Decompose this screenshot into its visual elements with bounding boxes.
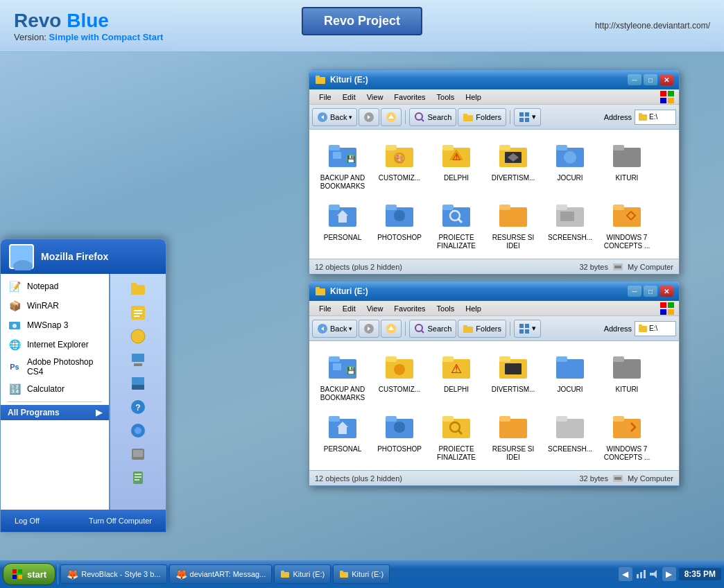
menu-help-top[interactable]: Help — [460, 92, 487, 103]
minimize-button-bottom[interactable]: ─ — [628, 286, 641, 297]
menu-favorites-bottom[interactable]: Favorites — [388, 303, 431, 314]
start-button[interactable]: start — [3, 563, 55, 585]
folder-kituri-top[interactable]: KITURI — [599, 135, 655, 193]
start-item-photoshop[interactable]: Ps Adobe Photoshop CS4 — [1, 354, 109, 379]
menu-file-top[interactable]: File — [313, 92, 337, 103]
turn-off-button[interactable]: Turn Off Computer — [83, 514, 157, 527]
up-button-bottom[interactable] — [381, 320, 402, 338]
menu-edit-bottom[interactable]: Edit — [337, 303, 361, 314]
up-button-top[interactable] — [381, 108, 402, 126]
taskbar-task-2[interactable]: 🦊 deviantART: Messag... — [169, 564, 273, 584]
back-button-bottom[interactable]: Back ▾ — [312, 320, 357, 338]
right-panel-icon-9[interactable] — [128, 468, 148, 487]
folder-divertism-bottom[interactable]: DIVERTISM... — [485, 347, 541, 405]
svg-rect-65 — [660, 302, 666, 308]
folder-jocuri-bottom[interactable]: JOCURI — [542, 347, 598, 405]
title-blue: Blue — [67, 10, 109, 31]
svg-rect-58 — [560, 211, 574, 221]
svg-rect-57 — [556, 205, 567, 210]
folder-delphi-bottom[interactable]: ⚠ DELPHI — [429, 347, 484, 405]
menu-file-bottom[interactable]: File — [313, 303, 337, 314]
menu-view-bottom[interactable]: View — [361, 303, 389, 314]
right-panel-icon-5[interactable] — [128, 374, 148, 393]
folder-personal-bottom[interactable]: PERSONAL — [315, 406, 370, 465]
right-panel-icon-6[interactable]: ? — [128, 397, 148, 417]
status-objects-bottom: 12 objects (plus 2 hidden) — [315, 474, 402, 483]
menu-edit-top[interactable]: Edit — [337, 92, 361, 103]
right-panel-icon-2[interactable] — [128, 303, 148, 322]
menu-favorites-top[interactable]: Favorites — [388, 92, 431, 103]
right-panel-icon-4[interactable] — [128, 350, 148, 370]
back-button-top[interactable]: Back ▾ — [312, 108, 357, 126]
svg-rect-28 — [386, 145, 397, 150]
folder-resurse-bottom[interactable]: RESURSE SI IDEI — [485, 406, 541, 465]
folder-customiz-bottom[interactable]: CUSTOMIZ... — [372, 347, 427, 405]
address-input-bottom[interactable]: E:\ — [635, 321, 676, 336]
search-button-top[interactable]: Search — [409, 108, 456, 126]
forward-button-top[interactable] — [359, 108, 379, 126]
folder-photoshop-bottom[interactable]: PHOTOSHOP — [372, 406, 427, 465]
close-button-bottom[interactable]: ✕ — [660, 286, 673, 297]
folder-backup-top[interactable]: 💾 BACKUP AND BOOKMARKS — [315, 135, 370, 193]
right-panel-icon-1[interactable] — [128, 279, 148, 299]
folder-jocuri-top[interactable]: JOCURI — [542, 135, 598, 193]
folder-kituri-bottom[interactable]: KITURI — [599, 347, 655, 405]
views-button-top[interactable]: ▾ — [514, 108, 541, 126]
folder-customiz-top[interactable]: 🎨 CUSTOMIZ... — [372, 135, 427, 193]
menu-tools-bottom[interactable]: Tools — [431, 303, 460, 314]
start-item-winrar[interactable]: 📦 WinRAR — [1, 296, 109, 315]
folder-delphi-top[interactable]: ⚠ DELPHI — [429, 135, 484, 193]
forward-button-bottom[interactable] — [359, 320, 379, 338]
taskbar-nav-right[interactable]: ▶ — [662, 567, 676, 581]
folder-resurse-top[interactable]: RESURSE SI IDEI — [485, 195, 541, 253]
menu-help-bottom[interactable]: Help — [460, 303, 487, 314]
start-item-calculator[interactable]: 🔢 Calculator — [1, 379, 109, 399]
project-button[interactable]: Revo Project — [302, 7, 422, 35]
taskbar-right: ◀ ▶ 8:35 PM — [619, 567, 721, 581]
folder-screensh-top[interactable]: SCREENSH... — [542, 195, 598, 253]
svg-text:💾: 💾 — [347, 366, 356, 375]
start-item-mwsnap[interactable]: MWSnap 3 — [1, 315, 109, 335]
taskbar-separator-1 — [58, 564, 58, 584]
maximize-button-top[interactable]: □ — [644, 74, 657, 85]
menubar-bottom: File Edit View Favorites Tools Help — [309, 301, 679, 316]
taskbar-task-3[interactable]: Kituri (E:) — [274, 564, 331, 584]
folder-windows7-bottom[interactable]: WINDOWS 7 CONCEPTS ... — [599, 406, 655, 465]
folder-photoshop-top[interactable]: PHOTOSHOP — [372, 195, 427, 253]
maximize-button-bottom[interactable]: □ — [644, 286, 657, 297]
right-panel-icon-7[interactable] — [128, 421, 148, 440]
address-input-top[interactable]: E:\ — [635, 110, 676, 125]
volume-icon — [648, 569, 660, 580]
log-off-button[interactable]: Log Off — [9, 514, 45, 527]
taskbar-nav-left[interactable]: ◀ — [619, 567, 632, 581]
svg-rect-113 — [499, 419, 527, 438]
taskbar-task-1[interactable]: 🦊 RevoBlack - Style 3 b... — [60, 564, 166, 584]
views-button-bottom[interactable]: ▾ — [514, 320, 541, 338]
taskbar-task-4[interactable]: Kituri (E:) — [333, 564, 390, 584]
menu-tools-top[interactable]: Tools — [431, 92, 460, 103]
search-button-bottom[interactable]: Search — [409, 320, 456, 338]
folder-proiecte-top[interactable]: PROIECTE FINALIZATE — [429, 195, 484, 253]
username: Mozilla Firefox — [41, 251, 108, 262]
start-item-notepad[interactable]: 📝 Notepad — [1, 277, 109, 296]
folder-screensh-bottom[interactable]: SCREENSH... — [542, 406, 598, 465]
folder-proiecte-bottom[interactable]: PROIECTE FINALIZATE — [429, 406, 484, 465]
all-programs-button[interactable]: All Programs ▶ — [1, 405, 109, 420]
menu-view-top[interactable]: View — [361, 92, 389, 103]
folder-personal-top[interactable]: PERSONAL — [315, 195, 370, 253]
mwsnap-icon — [8, 318, 21, 332]
minimize-button-top[interactable]: ─ — [628, 74, 641, 85]
svg-rect-116 — [556, 416, 567, 422]
folder-divertism-top[interactable]: DIVERTISM... — [485, 135, 541, 193]
firefox-icon-1: 🦊 — [67, 569, 78, 580]
folders-button-bottom[interactable]: Folders — [458, 320, 506, 338]
right-panel-icon-8[interactable] — [128, 444, 148, 464]
right-panel-icon-3[interactable] — [128, 327, 148, 346]
folders-button-top[interactable]: Folders — [458, 108, 506, 126]
start-item-ie[interactable]: 🌐 Internet Explorer — [1, 335, 109, 354]
folder-backup-bottom[interactable]: 💾 BACKUP AND BOOKMARKS — [315, 347, 370, 405]
status-right-bottom: 32 bytes My Computer — [579, 473, 673, 484]
folder-windows7-top[interactable]: WINDOWS 7 CONCEPTS ... — [599, 195, 655, 253]
close-button-top[interactable]: ✕ — [660, 74, 673, 85]
start-menu-right-panel: ? — [110, 274, 166, 510]
